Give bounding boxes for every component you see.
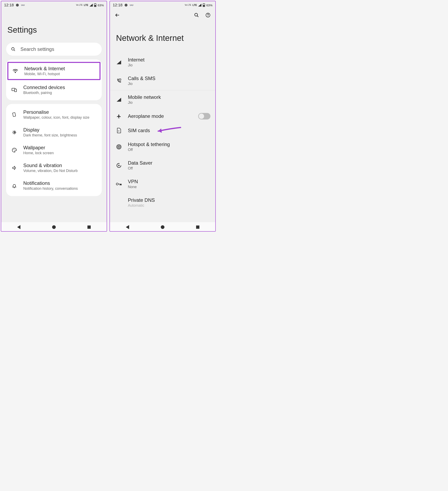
nav-home-icon[interactable] (52, 225, 56, 229)
status-volte: Vo LTE (185, 4, 191, 6)
aeroplane-toggle[interactable] (198, 113, 210, 120)
row-sub: Automatic (128, 203, 210, 208)
svg-rect-7 (15, 89, 17, 92)
row-notifications[interactable]: Notifications Notification history, conv… (6, 177, 102, 194)
sim-icon (117, 128, 121, 133)
search-settings[interactable]: Search settings (6, 43, 102, 56)
row-sub: Volume, vibration, Do Not Disturb (23, 169, 98, 173)
row-sub: Home, lock screen (23, 151, 98, 155)
row-sub: Wallpaper, colour, icon, font, display s… (23, 115, 98, 120)
status-lte: LTE (192, 4, 197, 7)
help-button[interactable] (204, 11, 212, 19)
row-title: Notifications (23, 180, 98, 186)
battery-icon (94, 3, 96, 7)
row-title: Internet (128, 57, 210, 63)
svg-rect-22 (119, 130, 119, 131)
row-calls-sms[interactable]: Calls & SMSJio (110, 72, 215, 90)
status-dot-icon (125, 4, 127, 7)
devices-icon (12, 88, 17, 92)
sunglasses-icon: 👓 (130, 3, 133, 7)
row-hotspot[interactable]: Hotspot & tetheringOff (110, 137, 215, 156)
row-display[interactable]: Display Dark theme, font size, brightnes… (6, 123, 102, 141)
phone-network: 12:18 👓 Vo LTE LTE 63% Network & Interne… (109, 1, 216, 232)
row-internet[interactable]: InternetJio (110, 53, 215, 72)
status-bar: 12:18 👓 Vo LTE LTE 63% (1, 1, 107, 9)
row-sub: Jio (128, 63, 210, 67)
svg-rect-1 (95, 3, 95, 4)
row-data-saver[interactable]: Data SaverOff (110, 156, 215, 175)
sunglasses-icon: 👓 (21, 3, 25, 7)
status-bar: 12:18 👓 Vo LTE LTE 63% (110, 1, 215, 9)
svg-point-19 (208, 16, 208, 16)
row-title: Private DNS (128, 197, 210, 203)
vpn-key-icon (116, 182, 122, 186)
bell-icon (12, 183, 17, 188)
row-sub: None (128, 185, 210, 189)
row-connected-devices[interactable]: Connected devices Bluetooth, pairing (6, 81, 102, 99)
status-battery-pct: 63% (206, 3, 212, 7)
app-bar (110, 9, 215, 21)
nav-back-icon[interactable] (17, 225, 20, 229)
hotspot-icon (116, 144, 122, 150)
row-personalise[interactable]: Personalise Wallpaper, colour, icon, fon… (6, 106, 102, 123)
row-title: Hotspot & tethering (128, 142, 210, 147)
svg-rect-24 (119, 131, 119, 132)
row-sub: Off (128, 148, 210, 152)
help-icon (206, 13, 210, 18)
nav-back-icon[interactable] (126, 225, 129, 229)
page-title: Settings (1, 9, 107, 43)
nav-home-icon[interactable] (161, 225, 164, 229)
row-vpn[interactable]: VPNNone (110, 175, 215, 193)
row-wallpaper[interactable]: Wallpaper Home, lock screen (6, 141, 102, 159)
signal-full-icon (117, 98, 121, 102)
row-sound[interactable]: Sound & vibration Volume, vibration, Do … (6, 159, 102, 177)
wifi-icon (13, 69, 18, 73)
search-icon (11, 47, 16, 51)
search-button[interactable] (192, 11, 200, 19)
page-title: Network & Internet (110, 21, 215, 53)
nav-recents-icon[interactable] (196, 226, 199, 229)
row-network-internet[interactable]: Network & Internet Mobile, Wi-Fi, hotspo… (7, 62, 101, 80)
battery-icon (203, 3, 205, 7)
row-title: Aeroplane mode (128, 113, 193, 119)
signal-full-icon (117, 60, 121, 64)
search-icon (194, 13, 199, 18)
row-title: Sound & vibration (23, 163, 98, 168)
brightness-icon (12, 130, 17, 135)
row-aeroplane-mode[interactable]: Aeroplane mode (110, 109, 215, 123)
row-sub: Off (128, 166, 210, 170)
svg-rect-8 (12, 112, 16, 116)
row-private-dns[interactable]: Private DNSAutomatic (110, 193, 215, 208)
svg-point-16 (195, 13, 198, 16)
sound-icon (12, 165, 17, 170)
row-title: VPN (128, 179, 210, 184)
svg-point-5 (15, 72, 16, 73)
row-title: Connected devices (23, 85, 98, 90)
personalise-icon (12, 112, 17, 117)
search-placeholder: Search settings (20, 46, 54, 52)
network-list: InternetJio Calls & SMSJio Mobile networ… (110, 53, 215, 208)
android-navbar (110, 222, 215, 231)
svg-point-11 (14, 149, 15, 149)
data-saver-icon (116, 163, 122, 168)
nav-recents-icon[interactable] (87, 226, 91, 229)
status-volte: Vo LTE (76, 4, 83, 6)
svg-rect-21 (118, 130, 118, 131)
row-sub: Notification history, conversations (23, 187, 98, 191)
svg-line-4 (14, 50, 15, 51)
arrow-back-icon (115, 13, 120, 18)
row-sub: Jio (128, 101, 210, 105)
row-sim-cards[interactable]: SIM cards (110, 123, 215, 137)
svg-line-17 (197, 16, 198, 17)
back-button[interactable] (113, 11, 121, 19)
row-title: Personalise (23, 109, 98, 115)
svg-point-12 (15, 149, 16, 150)
row-title: Network & Internet (24, 66, 97, 72)
svg-rect-20 (119, 79, 121, 80)
status-battery-pct: 63% (98, 3, 104, 7)
phone-settings: 12:18 👓 Vo LTE LTE 63% Settings Search s… (1, 1, 107, 232)
row-title: SIM cards (128, 128, 210, 133)
row-mobile-network[interactable]: Mobile networkJio (110, 90, 215, 109)
status-time: 12:18 (4, 3, 14, 7)
status-dot-icon (16, 4, 19, 7)
